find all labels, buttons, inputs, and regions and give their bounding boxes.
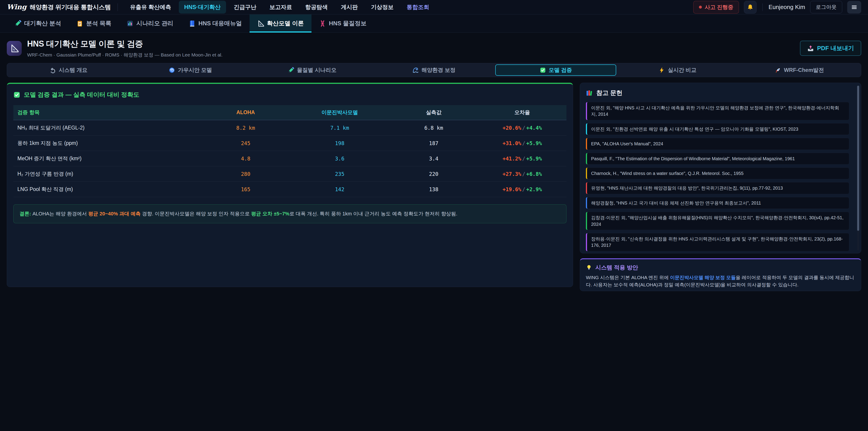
cell-model-value: 142 [290, 182, 389, 197]
cell-model-value: 235 [290, 166, 389, 182]
reference-item-6: 유영현, "HNS 재난사고에 대한 해양경찰의 대응 방안", 한국위기관리논… [586, 182, 849, 194]
error-model: +2.9% [526, 186, 542, 192]
status-dot-icon [699, 6, 702, 8]
reference-item-7: 해양경찰청, "HNS 사고 국가 대비 대응 체제 선진화 방안 연구용역 최… [586, 197, 849, 209]
section-tab-물질별-시나리오[interactable]: 물질별 시나리오 [252, 64, 373, 76]
error-model: +4.4% [526, 125, 542, 131]
module-tab-label: 시나리오 관리 [136, 20, 173, 27]
error-separator: / [521, 156, 526, 162]
cell-model-value: 7.1 km [290, 120, 389, 135]
menu-item-게시판[interactable]: 게시판 [336, 1, 363, 13]
column-header-item: 검증 항목 [13, 105, 202, 120]
module-tab-분석-목록[interactable]: 분석 목록 [69, 14, 119, 32]
export-icon [807, 45, 814, 52]
column-header-measured: 실측값 [390, 105, 478, 120]
logo-wordmark: Wing [7, 3, 26, 11]
bulb-icon [586, 265, 592, 271]
section-tab-모델-검증[interactable]: 모델 검증 [495, 64, 616, 76]
menu-item-긴급구난[interactable]: 긴급구난 [228, 1, 262, 13]
module-tab-HNS-대응매뉴얼[interactable]: HNS 대응매뉴얼 [181, 14, 250, 32]
page-icon-badge [7, 41, 22, 56]
section-tab-실시간-비교[interactable]: 실시간 비교 [617, 64, 738, 76]
pdf-export-button[interactable]: PDF 내보내기 [800, 41, 861, 56]
cell-aloha-value: 280 [202, 166, 290, 182]
cell-model-value: 3.6 [290, 151, 389, 166]
rocket-icon [775, 67, 781, 73]
section-tab-label: WRF-Chem발전 [784, 66, 824, 74]
module-tab-label: 대기확산 분석 [24, 20, 61, 27]
module-tab-label: 확산모델 이론 [267, 20, 304, 27]
validation-table-body: NH₃ 최대 도달거리 (AEGL-2)8.2 km7.1 km6.8 km+2… [13, 120, 566, 197]
section-tab-시스템-개요[interactable]: 시스템 개요 [8, 64, 129, 76]
section-tab-label: 모델 검증 [549, 66, 572, 74]
status-badge-label: 사고 진행중 [705, 4, 733, 11]
module-tab-HNS-물질정보[interactable]: HNS 물질정보 [311, 14, 374, 32]
dna-icon [319, 20, 326, 27]
table-row: NH₃ 최대 도달거리 (AEGL-2)8.2 km7.1 km6.8 km+2… [13, 120, 566, 135]
section-tab-WRF-Chem발전[interactable]: WRF-Chem발전 [739, 64, 860, 76]
reference-item-8: 김창겸·이문진 외, "해양산업시설 배출 위험유해물질(HNS)의 해양확산 … [586, 212, 849, 230]
page-title: HNS 대기확산 모델 이론 및 검증 [27, 38, 222, 50]
menu-item-항공탐색[interactable]: 항공탐색 [300, 1, 333, 13]
cell-error-rate: +31.0%/+5.9% [478, 135, 566, 151]
bell-icon [747, 4, 754, 11]
user-name: Eunjeong Kim [769, 4, 805, 11]
logout-button[interactable]: 로그아웃 [810, 1, 842, 13]
conclusion-label: 결론: [20, 211, 31, 217]
application-text-part: WING 시스템은 기본 ALOHA 엔진 위에 [586, 275, 670, 280]
table-row: 풍하 1km 지점 농도 (ppm)245198187+31.0%/+5.9% [13, 135, 566, 151]
conclusion-highlight-orange: 평균 20~40% 과대 예측 [88, 211, 141, 217]
validation-table: 검증 항목ALOHA이문진박사모델실측값오차율 NH₃ 최대 도달거리 (AEG… [13, 105, 566, 197]
cell-measured-value: 3.4 [390, 151, 478, 166]
top-navigation-bar: Wing 해양환경 위기대응 통합시스템 유출유 확산예측HNS·대기확산긴급구… [0, 0, 868, 14]
cell-item: LNG Pool 확산 직경 (m) [13, 182, 202, 197]
reference-item-5: Charnock, H., "Wind stress on a water su… [586, 167, 849, 179]
books-icon [586, 90, 593, 96]
column-header-error: 오차율 [478, 105, 566, 120]
menu-item-통합조회[interactable]: 통합조회 [401, 1, 435, 13]
incident-status-badge: 사고 진행중 [693, 1, 739, 13]
app-logo: Wing 해양환경 위기대응 통합시스템 [7, 3, 111, 11]
model-validation-card: 모델 검증 결과 — 실측 데이터 대비 정확도 검증 항목ALOHA이문진박사… [7, 83, 573, 287]
section-tab-해양환경-보정[interactable]: 해양환경 보정 [374, 64, 495, 76]
error-separator: / [521, 125, 526, 131]
module-tab-시나리오-관리[interactable]: 시나리오 관리 [119, 14, 181, 32]
main-menu: 유출유 확산예측HNS·대기확산긴급구난보고자료항공탐색게시판기상정보통합조회 [125, 1, 435, 13]
cell-measured-value: 187 [390, 135, 478, 151]
page-header: HNS 대기확산 모델 이론 및 검증 WRF-Chem · Gaussian … [0, 33, 868, 63]
chart-icon [127, 20, 133, 27]
check-icon [540, 67, 546, 73]
application-card-title: 시스템 적용 방안 [586, 264, 855, 271]
cell-measured-value: 220 [390, 166, 478, 182]
section-tab-label: 시스템 개요 [59, 66, 88, 74]
cell-aloha-value: 4.8 [202, 151, 290, 166]
divider [118, 3, 118, 11]
cyclone-icon [169, 67, 175, 73]
cell-error-rate: +20.6%/+4.4% [478, 120, 566, 135]
reference-item-3: EPA, "ALOHA User's Manual", 2024 [586, 138, 849, 150]
section-tab-label: 물질별 시나리오 [297, 66, 337, 74]
menu-item-유출유-확산예측[interactable]: 유출유 확산예측 [125, 1, 177, 13]
cell-model-value: 198 [290, 135, 389, 151]
module-tab-대기확산-분석[interactable]: 대기확산 분석 [7, 14, 69, 32]
section-tab-가우시안-모델[interactable]: 가우시안 모델 [130, 64, 251, 76]
check-icon [13, 91, 20, 98]
menu-item-보고자료[interactable]: 보고자료 [264, 1, 298, 13]
error-aloha: +41.2% [502, 156, 521, 162]
column-header-model: 이문진박사모델 [290, 105, 389, 120]
scrollbar-thumb[interactable] [857, 86, 859, 231]
hamburger-menu-button[interactable] [847, 1, 861, 13]
menu-item-기상정보[interactable]: 기상정보 [366, 1, 399, 13]
error-separator: / [521, 186, 526, 192]
menu-item-HNS-대기확산[interactable]: HNS·대기확산 [179, 1, 226, 13]
notifications-button[interactable] [744, 1, 756, 13]
references-scrollbar[interactable] [857, 86, 859, 250]
table-row: LNG Pool 확산 직경 (m)165142138+19.6%/+2.9% [13, 182, 566, 197]
error-separator: / [521, 140, 526, 146]
cell-measured-value: 138 [390, 182, 478, 197]
module-tab-확산모델-이론[interactable]: 확산모델 이론 [250, 14, 311, 32]
main-content: 모델 검증 결과 — 실측 데이터 대비 정확도 검증 항목ALOHA이문진박사… [0, 77, 868, 291]
bolt-icon [659, 67, 665, 73]
wave-icon [412, 67, 418, 73]
validation-table-header: 검증 항목ALOHA이문진박사모델실측값오차율 [13, 105, 566, 120]
